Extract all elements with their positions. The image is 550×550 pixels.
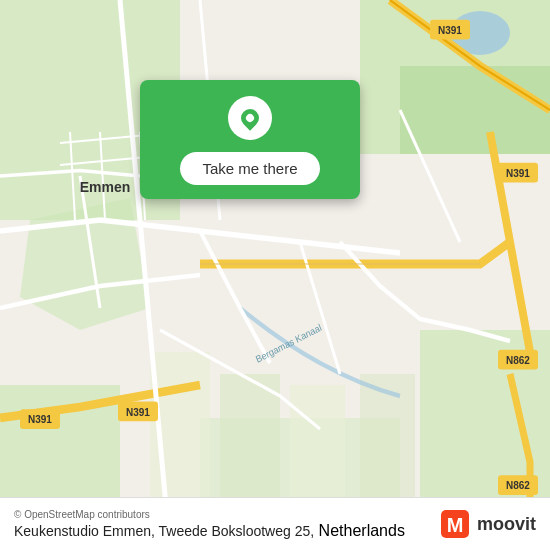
take-me-there-button[interactable]: Take me there xyxy=(180,152,319,185)
pin-inner xyxy=(237,105,262,130)
moovit-logo: M moovit xyxy=(439,508,536,540)
bottom-bar: © OpenStreetMap contributors Keukenstudi… xyxy=(0,497,550,550)
svg-text:M: M xyxy=(447,514,464,536)
location-name: Keukenstudio Emmen, Tweede Bokslootweg 2… xyxy=(14,523,314,539)
location-country: Netherlands xyxy=(319,522,405,539)
bottom-left: © OpenStreetMap contributors Keukenstudi… xyxy=(14,509,405,540)
svg-text:N391: N391 xyxy=(28,413,52,426)
svg-text:N862: N862 xyxy=(506,354,530,367)
svg-text:Emmen: Emmen xyxy=(80,179,131,196)
location-card: Take me there xyxy=(140,80,360,199)
svg-text:N862: N862 xyxy=(506,479,530,492)
map-container: N391 N391 N391 N391 N862 N862 Emmen Berg… xyxy=(0,0,550,550)
moovit-icon: M xyxy=(439,508,471,540)
svg-text:N391: N391 xyxy=(126,405,150,418)
svg-text:N391: N391 xyxy=(506,167,530,180)
copyright-text: © OpenStreetMap contributors xyxy=(14,509,405,520)
svg-rect-2 xyxy=(400,66,550,154)
location-pin-icon xyxy=(228,96,272,140)
moovit-text: moovit xyxy=(477,514,536,535)
svg-text:N391: N391 xyxy=(438,24,462,37)
location-info: Keukenstudio Emmen, Tweede Bokslootweg 2… xyxy=(14,522,405,540)
